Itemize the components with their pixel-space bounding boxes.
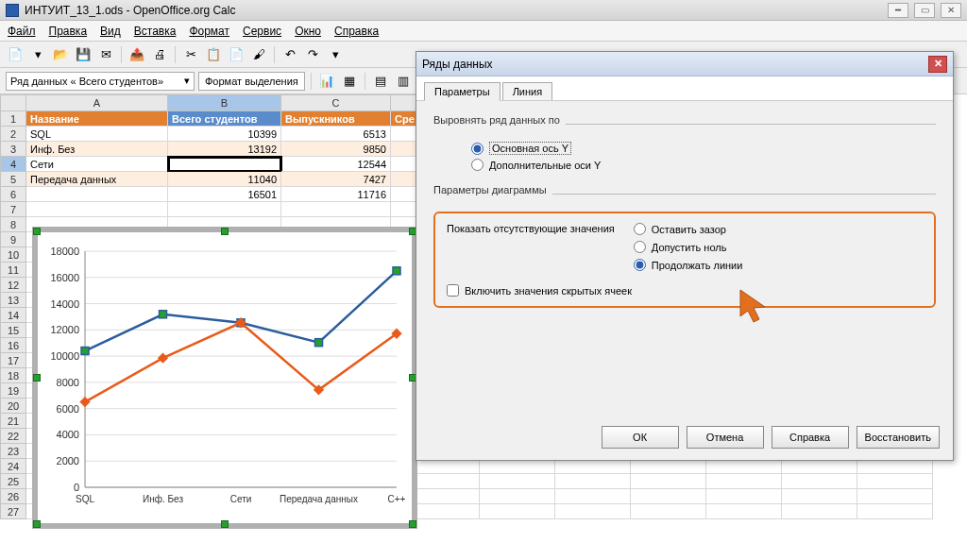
resize-handle[interactable] (409, 520, 416, 528)
cell[interactable]: Выпускников (281, 111, 391, 127)
save-icon[interactable]: 💾 (74, 45, 93, 64)
radio-secondary-axis[interactable] (471, 159, 484, 171)
copy-icon[interactable]: 📋 (204, 45, 223, 64)
redo-icon[interactable]: ↷ (303, 45, 322, 64)
cell[interactable]: 11040 (168, 172, 281, 187)
menu-tools[interactable]: Сервис (243, 25, 281, 38)
rowhead-26[interactable]: 26 (0, 489, 26, 504)
cell[interactable] (782, 504, 857, 519)
rowhead-2[interactable]: 2 (0, 127, 26, 142)
cell[interactable] (857, 474, 933, 489)
rowhead-25[interactable]: 25 (0, 474, 26, 489)
cell[interactable] (857, 504, 933, 519)
rowhead-13[interactable]: 13 (0, 293, 26, 308)
new-icon[interactable]: 📄 (6, 45, 25, 64)
rowhead-17[interactable]: 17 (0, 353, 26, 368)
cut-icon[interactable]: ✂ (181, 45, 200, 64)
cell[interactable] (555, 459, 631, 474)
colhead-C[interactable]: C (281, 94, 391, 111)
cell[interactable] (26, 187, 168, 202)
mail-icon[interactable]: ✉ (96, 45, 115, 64)
cell[interactable] (168, 202, 281, 217)
rowhead-27[interactable]: 27 (0, 504, 26, 519)
menu-edit[interactable]: Правка (49, 25, 88, 38)
tab-parameters[interactable]: Параметры (424, 82, 500, 101)
cancel-button[interactable]: Отмена (687, 426, 764, 449)
rowhead-15[interactable]: 15 (0, 323, 26, 338)
cell[interactable]: Передача данных (26, 172, 168, 187)
dialog-close-button[interactable]: ✕ (928, 56, 947, 73)
help-button[interactable]: Справка (772, 426, 849, 449)
format-selection-button[interactable]: Формат выделения (198, 72, 305, 91)
menu-view[interactable]: Вид (100, 25, 121, 38)
dialog-titlebar[interactable]: Ряды данных ✕ (416, 52, 953, 76)
close-button[interactable]: ✕ (941, 3, 961, 18)
cell[interactable]: 13192 (168, 142, 281, 157)
cell[interactable] (706, 459, 782, 474)
colhead-A[interactable]: A (26, 94, 168, 111)
cell[interactable] (555, 489, 631, 504)
rowhead-4[interactable]: 4 (0, 157, 26, 172)
open-icon[interactable]: 📂 (51, 45, 70, 64)
series-selector[interactable]: Ряд данных « Всего студентов» ▾ (6, 72, 195, 91)
cell[interactable]: Название (26, 111, 168, 127)
rowhead-19[interactable]: 19 (0, 383, 26, 399)
cell[interactable] (26, 202, 168, 217)
cell[interactable]: SQL (26, 127, 168, 142)
rowhead-18[interactable]: 18 (0, 368, 26, 383)
cell[interactable]: 16501 (168, 187, 281, 202)
rowhead-7[interactable]: 7 (0, 202, 26, 217)
cell[interactable]: Всего студентов (168, 111, 281, 127)
rowhead-10[interactable]: 10 (0, 247, 26, 263)
tab-line[interactable]: Линия (502, 82, 553, 100)
rowhead-8[interactable]: 8 (0, 217, 26, 232)
resize-handle[interactable] (33, 228, 41, 235)
rowhead-12[interactable]: 12 (0, 278, 26, 293)
chart-icon[interactable]: 📊 (317, 72, 336, 91)
cell[interactable] (706, 504, 782, 519)
export-icon[interactable]: 📤 (127, 45, 146, 64)
cell[interactable] (480, 489, 555, 504)
cell[interactable]: 10399 (168, 127, 281, 142)
menu-help[interactable]: Справка (334, 25, 379, 38)
cell[interactable] (480, 504, 555, 519)
resize-handle[interactable] (221, 228, 229, 235)
cell[interactable] (857, 489, 933, 504)
cell[interactable]: 11716 (281, 187, 391, 202)
minimize-button[interactable]: ━ (888, 3, 908, 18)
axis-icon[interactable]: ▥ (394, 72, 413, 91)
rowhead-1[interactable]: 1 (0, 111, 26, 127)
cell[interactable] (706, 474, 782, 489)
cell[interactable] (555, 474, 631, 489)
cell[interactable] (857, 459, 933, 474)
cell[interactable] (631, 489, 706, 504)
menu-file[interactable]: Файл (8, 25, 36, 38)
resize-handle[interactable] (33, 374, 41, 382)
cell[interactable] (782, 474, 857, 489)
embedded-chart[interactable]: 0200040006000800010000120001400016000180… (32, 227, 417, 529)
select-all-corner[interactable] (0, 94, 26, 111)
cell[interactable]: Сети (26, 157, 168, 172)
rowhead-3[interactable]: 3 (0, 142, 26, 157)
undo-icon[interactable]: ↶ (280, 45, 299, 64)
cell[interactable] (706, 489, 782, 504)
cell[interactable]: Инф. Без (26, 142, 168, 157)
brush-icon[interactable]: 🖌 (249, 45, 268, 64)
paste-icon[interactable]: 📄 (227, 45, 246, 64)
ok-button[interactable]: ОК (602, 426, 679, 449)
radio-assume-zero[interactable] (634, 241, 646, 253)
dropdown-icon[interactable]: ▾ (28, 45, 47, 64)
menu-window[interactable]: Окно (295, 25, 321, 38)
rowhead-21[interactable]: 21 (0, 414, 26, 429)
menu-insert[interactable]: Вставка (134, 25, 177, 38)
cell[interactable] (281, 202, 391, 217)
legend-icon[interactable]: ▤ (371, 72, 390, 91)
rowhead-14[interactable]: 14 (0, 308, 26, 323)
cell[interactable]: 12544 (281, 157, 391, 172)
rowhead-9[interactable]: 9 (0, 232, 26, 247)
radio-leave-gap[interactable] (634, 223, 646, 235)
reset-button[interactable]: Восстановить (857, 426, 940, 449)
cell[interactable] (631, 459, 706, 474)
cell[interactable]: 6513 (281, 127, 391, 142)
rowhead-6[interactable]: 6 (0, 187, 26, 202)
